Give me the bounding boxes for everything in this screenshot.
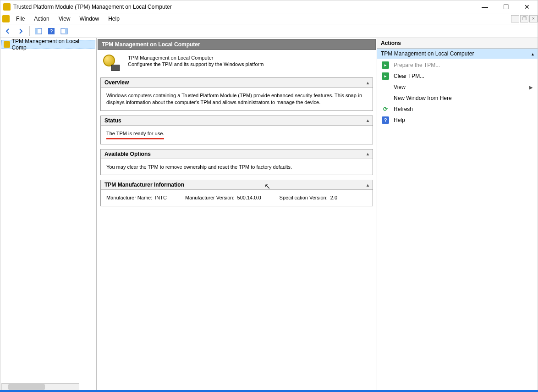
section-options-header[interactable]: Available Options ▴: [101, 149, 373, 159]
menu-window[interactable]: Window: [75, 16, 104, 22]
tpm-key-chip-icon: [103, 55, 120, 71]
intro-subtitle: Configures the TPM and its support by th…: [128, 61, 264, 67]
mdi-minimize[interactable]: –: [511, 15, 519, 22]
actions-title: Actions: [377, 38, 538, 49]
collapse-caret-icon: ▴: [367, 118, 369, 123]
scrollbar-thumb[interactable]: [8, 384, 45, 390]
intro-row: TPM Management on Local Computer Configu…: [103, 55, 370, 71]
manufacturer-title: TPM Manufacturer Information: [104, 182, 184, 188]
action-prepare-tpm: Prepare the TPM...: [377, 60, 538, 71]
intro-title: TPM Management on Local Computer: [128, 55, 264, 61]
action-help[interactable]: ? Help: [377, 115, 538, 126]
mfr-name-value: INTC: [155, 194, 167, 201]
menu-file[interactable]: File: [11, 16, 29, 22]
mfr-version-value: 500.14.0.0: [237, 194, 261, 201]
collapse-caret-icon: ▴: [532, 51, 534, 56]
center-header: TPM Management on Local Computer: [98, 39, 376, 50]
section-options: Available Options ▴ You may clear the TP…: [100, 149, 373, 176]
nav-back-button[interactable]: [2, 26, 13, 37]
status-body: The TPM is ready for use.: [101, 126, 373, 144]
action-refresh[interactable]: ⟳ Refresh: [377, 104, 538, 115]
tree-node-tpm[interactable]: TPM Management on Local Comp: [1, 40, 95, 49]
tpm-tree-icon: [4, 41, 10, 48]
svg-text:?: ?: [50, 28, 53, 34]
overview-title: Overview: [104, 79, 129, 86]
close-button[interactable]: ✕: [516, 0, 538, 13]
blank-icon: [382, 83, 389, 91]
menu-view[interactable]: View: [54, 16, 75, 22]
spec-version-value: 2.0: [330, 194, 337, 201]
toolbar: ?: [0, 24, 538, 38]
app-icon: [3, 3, 11, 11]
action-list: Prepare the TPM... Clear TPM... View ▶ N…: [377, 59, 538, 127]
action-help-label: Help: [394, 117, 405, 123]
section-status-header[interactable]: Status ▴: [101, 116, 373, 126]
app-small-icon: [2, 15, 10, 22]
action-view[interactable]: View ▶: [377, 82, 538, 93]
center-pane: TPM Management on Local Computer TPM Man…: [97, 38, 377, 391]
blank-icon: [382, 94, 389, 102]
section-overview: Overview ▴ Windows computers containing …: [100, 77, 373, 111]
help-icon: ?: [382, 116, 389, 124]
collapse-caret-icon: ▴: [367, 80, 369, 85]
mdi-close[interactable]: ×: [529, 15, 538, 22]
section-status: Status ▴ The TPM is ready for use.: [100, 116, 373, 144]
bottom-accent-strip: [0, 390, 538, 392]
svg-rect-1: [35, 28, 38, 34]
action-new-window-label: New Window from Here: [394, 95, 452, 101]
refresh-icon: ⟳: [382, 105, 389, 113]
section-manufacturer-header[interactable]: TPM Manufacturer Information ▴: [101, 180, 373, 190]
mfr-version-label: Manufacturer Version:: [185, 194, 235, 201]
show-actions-button[interactable]: [59, 26, 70, 37]
options-body: You may clear the TPM to remove ownershi…: [101, 159, 373, 175]
svg-rect-5: [65, 28, 67, 34]
collapse-caret-icon: ▴: [367, 151, 369, 156]
mdi-controls: – ❐ ×: [510, 15, 538, 22]
menubar: File Action View Window Help – ❐ ×: [0, 13, 538, 24]
status-title: Status: [104, 117, 121, 124]
actions-group-label: TPM Management on Local Computer: [381, 50, 474, 57]
window-titlebar: Trusted Platform Module (TPM) Management…: [0, 0, 538, 13]
tree-pane: TPM Management on Local Comp: [0, 38, 97, 391]
main-panes: TPM Management on Local Comp TPM Managem…: [0, 38, 538, 391]
nav-forward-button[interactable]: [15, 26, 26, 37]
action-refresh-label: Refresh: [394, 106, 413, 112]
menu-action[interactable]: Action: [29, 16, 54, 22]
action-new-window[interactable]: New Window from Here: [377, 93, 538, 104]
help-button[interactable]: ?: [46, 26, 57, 37]
mdi-restore[interactable]: ❐: [520, 15, 528, 22]
action-clear-label: Clear TPM...: [394, 73, 424, 79]
tree-horizontal-scrollbar[interactable]: [1, 383, 79, 391]
tree-node-label: TPM Management on Local Comp: [12, 38, 93, 51]
manufacturer-body: Manufacturer Name: INTC Manufacturer Ver…: [101, 190, 373, 206]
action-view-label: View: [394, 84, 406, 90]
play-icon: [382, 72, 389, 80]
spec-version-label: Specification Version:: [280, 194, 328, 201]
intro-text: TPM Management on Local Computer Configu…: [128, 55, 264, 68]
play-icon: [382, 61, 389, 69]
section-manufacturer: TPM Manufacturer Information ▴ Manufactu…: [100, 180, 373, 206]
action-clear-tpm[interactable]: Clear TPM...: [377, 71, 538, 82]
actions-pane: Actions TPM Management on Local Computer…: [377, 38, 538, 391]
options-title: Available Options: [104, 151, 151, 157]
window-title: Trusted Platform Module (TPM) Management…: [13, 4, 172, 10]
collapse-caret-icon: ▴: [367, 182, 369, 188]
submenu-caret-icon: ▶: [529, 85, 533, 90]
actions-group-header[interactable]: TPM Management on Local Computer ▴: [377, 49, 538, 59]
menu-help[interactable]: Help: [104, 16, 124, 22]
minimize-button[interactable]: —: [474, 0, 495, 13]
status-text: The TPM is ready for use.: [106, 130, 164, 139]
section-overview-header[interactable]: Overview ▴: [101, 78, 373, 88]
show-hide-tree-button[interactable]: [33, 26, 44, 37]
maximize-button[interactable]: ☐: [495, 0, 516, 13]
action-prepare-label: Prepare the TPM...: [394, 62, 440, 68]
toolbar-separator: [29, 26, 30, 36]
window-controls: — ☐ ✕: [474, 0, 538, 13]
mfr-name-label: Manufacturer Name:: [106, 194, 152, 201]
overview-body: Windows computers containing a Trusted P…: [101, 88, 373, 110]
